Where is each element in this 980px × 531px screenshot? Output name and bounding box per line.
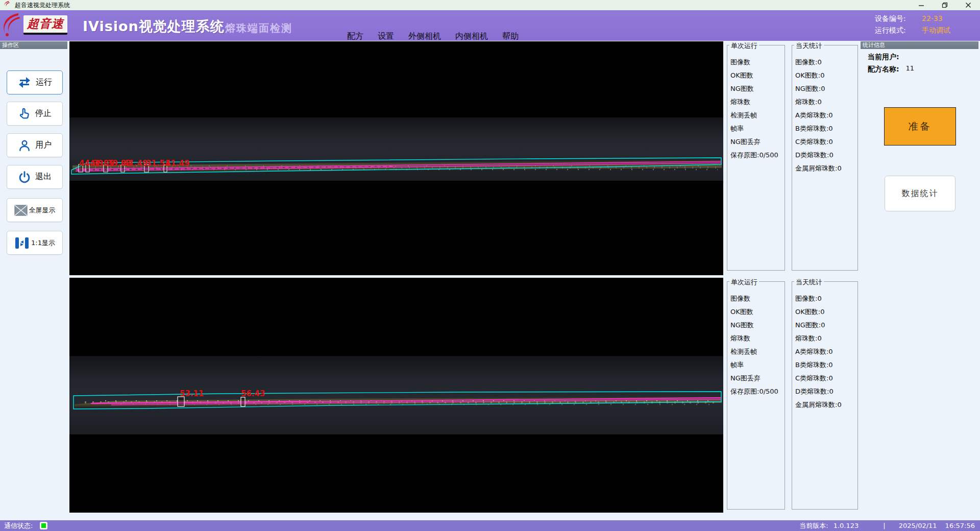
fullscreen-button-label: 全屏显示 xyxy=(29,206,56,215)
restore-button[interactable] xyxy=(933,0,957,10)
measurement-label: 53.11 xyxy=(180,389,204,398)
stat-row: 图像数 xyxy=(730,56,785,69)
window-title: 超音速视觉处理系统 xyxy=(15,1,70,10)
comm-status-label: 通信状态: xyxy=(4,521,33,530)
menu-inner-camera[interactable]: 内侧相机 xyxy=(455,31,488,42)
app-window: 超音速视觉处理系统 超音速 IVision视觉处理系统 熔珠端面检测 配方 设置… xyxy=(0,0,980,531)
stat-row: 保存原图:0/500 xyxy=(730,385,785,398)
inner-camera-view xyxy=(69,278,723,513)
status-time: 16:57:56 xyxy=(945,522,975,529)
stat-row: NG图数:0 xyxy=(795,82,857,95)
weld-bead-overlay-bottom xyxy=(69,389,723,416)
stat-row: 保存原图:0/500 xyxy=(730,149,785,162)
device-id-label: 设备编号: xyxy=(875,13,917,25)
run-button[interactable]: 运行 xyxy=(7,70,63,94)
groupbox-title: 当天统计 xyxy=(794,278,824,287)
menubar: 配方 设置 外侧相机 内侧相机 帮助 xyxy=(347,31,519,42)
power-icon xyxy=(18,171,31,184)
app-title: IVision视觉处理系统 xyxy=(83,17,225,36)
stat-row: 图像数:0 xyxy=(795,56,857,69)
exit-button-label: 退出 xyxy=(35,172,52,182)
measurement-label: 56.43 xyxy=(241,389,265,398)
menu-recipe[interactable]: 配方 xyxy=(347,31,363,42)
stat-row: A类熔珠数:0 xyxy=(795,109,857,122)
menu-outer-camera[interactable]: 外侧相机 xyxy=(408,31,441,42)
status-bar-right: 当前版本: 1.0.123 | 2025/02/11 16:57:56 xyxy=(799,521,975,530)
run-button-label: 运行 xyxy=(36,77,52,88)
current-user-row: 当前用户: xyxy=(868,53,899,62)
stat-row: OK图数:0 xyxy=(795,305,857,319)
stat-row: 检测丢帧 xyxy=(730,345,785,358)
ready-button[interactable]: 准备 xyxy=(884,107,956,146)
stat-row: 熔珠数 xyxy=(730,332,785,345)
one-to-one-button-label: 1:1显示 xyxy=(31,238,55,248)
operation-area-title: 操作区 xyxy=(0,41,67,49)
device-id-value: 22-33 xyxy=(922,13,943,25)
version-value: 1.0.123 xyxy=(834,522,859,529)
one-to-one-button[interactable]: 1:1显示 xyxy=(7,231,63,255)
measurement-label: 41.49 xyxy=(165,159,189,168)
daily-stats-groupbox-top: 当天统计 图像数:0 OK图数:0 NG图数:0 熔珠数:0 A类熔珠数:0 B… xyxy=(792,45,858,271)
recipe-name-value: 11 xyxy=(905,64,914,72)
recipe-name-label: 配方名称: xyxy=(868,65,899,73)
comm-status-led xyxy=(40,522,47,529)
run-sync-icon xyxy=(17,77,32,89)
groupbox-title: 单次运行 xyxy=(729,41,759,51)
stat-row: NG图数:0 xyxy=(795,319,857,332)
stat-row: 帧率 xyxy=(730,358,785,372)
stat-row: NG图数 xyxy=(730,82,785,95)
measurement-label: 41.49 xyxy=(124,159,148,168)
brand-swoosh-icon xyxy=(1,12,23,38)
header-device-info: 设备编号:22-33 运行模式:手动调试 xyxy=(875,13,950,36)
groupbox-title: 单次运行 xyxy=(729,278,759,287)
stat-row: 帧率 xyxy=(730,122,785,135)
close-button[interactable] xyxy=(957,0,980,10)
user-button[interactable]: 用户 xyxy=(7,133,63,157)
stat-row: C类熔珠数:0 xyxy=(795,135,857,149)
fullscreen-icon xyxy=(14,205,28,216)
menu-settings[interactable]: 设置 xyxy=(378,31,394,42)
stat-row: D类熔珠数:0 xyxy=(795,385,857,398)
menu-help[interactable]: 帮助 xyxy=(502,31,519,42)
recipe-name-row: 配方名称: 11 xyxy=(868,65,914,74)
stat-row: 金属屑熔珠数:0 xyxy=(795,398,857,412)
stat-row: B类熔珠数:0 xyxy=(795,358,857,372)
stat-row: 熔珠数 xyxy=(730,95,785,109)
stat-row: 金属屑熔珠数:0 xyxy=(795,162,857,175)
brand-logo-text: 超音速 xyxy=(23,15,67,35)
stat-row: OK图数:0 xyxy=(795,69,857,82)
user-icon xyxy=(18,139,31,152)
brand-logo: 超音速 xyxy=(1,12,67,38)
stat-row: OK图数 xyxy=(730,69,785,82)
stat-row: OK图数 xyxy=(730,305,785,319)
one-to-one-icon xyxy=(14,236,30,250)
app-logo-icon xyxy=(3,1,11,10)
stat-row: 检测丢帧 xyxy=(730,109,785,122)
app-subtitle: 熔珠端面检测 xyxy=(225,21,292,35)
minimize-button[interactable] xyxy=(910,0,933,10)
stat-row: NG图丢弃 xyxy=(730,135,785,149)
stat-row: B类熔珠数:0 xyxy=(795,122,857,135)
stat-row: D类熔珠数:0 xyxy=(795,149,857,162)
single-run-groupbox-top: 单次运行 图像数 OK图数 NG图数 熔珠数 检测丢帧 帧率 NG图丢弃 保存原… xyxy=(727,45,785,271)
stat-row: NG图数 xyxy=(730,319,785,332)
daily-stats-groupbox-bottom: 当天统计 图像数:0 OK图数:0 NG图数:0 熔珠数:0 A类熔珠数:0 B… xyxy=(792,281,858,510)
outer-camera-view xyxy=(69,41,723,275)
single-run-groupbox-bottom: 单次运行 图像数 OK图数 NG图数 熔珠数 检测丢帧 帧率 NG图丢弃 保存原… xyxy=(727,281,785,510)
stat-row: 熔珠数:0 xyxy=(795,95,857,109)
stop-button[interactable]: 停止 xyxy=(7,102,63,126)
user-button-label: 用户 xyxy=(35,140,52,151)
stat-row: 图像数 xyxy=(730,292,785,305)
fullscreen-button[interactable]: 全屏显示 xyxy=(7,198,63,222)
window-titlebar: 超音速视觉处理系统 xyxy=(0,0,980,10)
version-label: 当前版本: xyxy=(799,521,828,530)
exit-button[interactable]: 退出 xyxy=(7,165,63,189)
current-user-label: 当前用户: xyxy=(868,53,899,61)
data-statistics-button[interactable]: 数据统计 xyxy=(885,176,955,211)
stop-button-label: 停止 xyxy=(35,108,52,119)
app-header: 超音速 IVision视觉处理系统 熔珠端面检测 配方 设置 外侧相机 内侧相机… xyxy=(0,10,980,41)
stat-row: A类熔珠数:0 xyxy=(795,345,857,358)
comm-status-led-green xyxy=(41,523,46,528)
stop-hand-icon xyxy=(18,107,31,120)
stat-row: C类熔珠数:0 xyxy=(795,372,857,385)
